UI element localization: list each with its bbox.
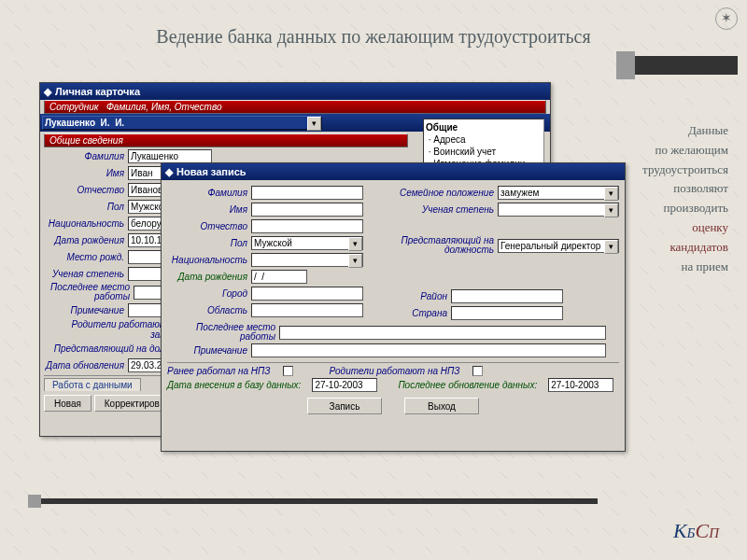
prev-npz-checkbox[interactable]: [283, 366, 293, 376]
w2-dob-input[interactable]: [251, 270, 307, 284]
section-employee: Сотрудник Фамилия, Имя, Отчество: [44, 100, 546, 114]
window-new-record: ◆ Новая запись Фамилия Имя Отчество Пол …: [161, 162, 626, 452]
w2-district-input[interactable]: [451, 289, 563, 303]
app-icon: ◆: [44, 86, 51, 98]
window-title: Новая запись: [176, 166, 247, 177]
w2-city-input[interactable]: [251, 287, 363, 301]
app-icon: ◆: [165, 166, 173, 178]
parents-npz-label: Родители работают на НПЗ: [329, 366, 463, 376]
w2-note-input[interactable]: [251, 343, 606, 357]
w2-country-input[interactable]: [451, 306, 563, 320]
w2-sex-select[interactable]: [251, 236, 363, 250]
w2-name-input[interactable]: [251, 203, 363, 217]
corner-logo: ✶: [715, 7, 738, 30]
title-bar[interactable]: ◆ Новая запись: [162, 163, 625, 180]
footer-logo: КБСП: [673, 519, 719, 543]
w2-marital-select[interactable]: [498, 186, 619, 200]
edit-button[interactable]: Корректиров: [94, 395, 170, 412]
new-button[interactable]: Новая: [44, 395, 92, 412]
employee-name-input[interactable]: [42, 116, 322, 130]
title-bar[interactable]: ◆ Личная карточка: [40, 83, 550, 100]
w2-degree-select[interactable]: [498, 203, 619, 217]
date-in-input[interactable]: [312, 378, 377, 392]
w2-last-job-input[interactable]: [279, 326, 606, 340]
decoration-bottom: [37, 498, 598, 504]
decoration-top: [626, 56, 738, 75]
parents-npz-checkbox[interactable]: [472, 366, 483, 376]
section-general: Общие сведения: [44, 133, 408, 147]
surname-input[interactable]: [128, 149, 212, 163]
w2-representing-select[interactable]: [498, 239, 619, 253]
w2-nationality-select[interactable]: [251, 253, 363, 267]
page-title: Ведение банка данных по желающим трудоус…: [0, 26, 747, 48]
w2-region-input[interactable]: [251, 303, 363, 317]
side-text: Данные по желающим трудоустроиться позво…: [616, 121, 728, 276]
w2-surname-input[interactable]: [251, 186, 363, 200]
prev-npz-label: Ранее работал на НПЗ: [167, 366, 274, 376]
exit-button[interactable]: Выход: [404, 398, 479, 414]
window-title: Личная карточка: [55, 86, 140, 97]
date-upd-input[interactable]: [548, 378, 613, 392]
w2-patronymic-input[interactable]: [251, 219, 363, 233]
tab-data[interactable]: Работа с данными: [44, 378, 141, 391]
save-button[interactable]: Запись: [307, 398, 382, 414]
